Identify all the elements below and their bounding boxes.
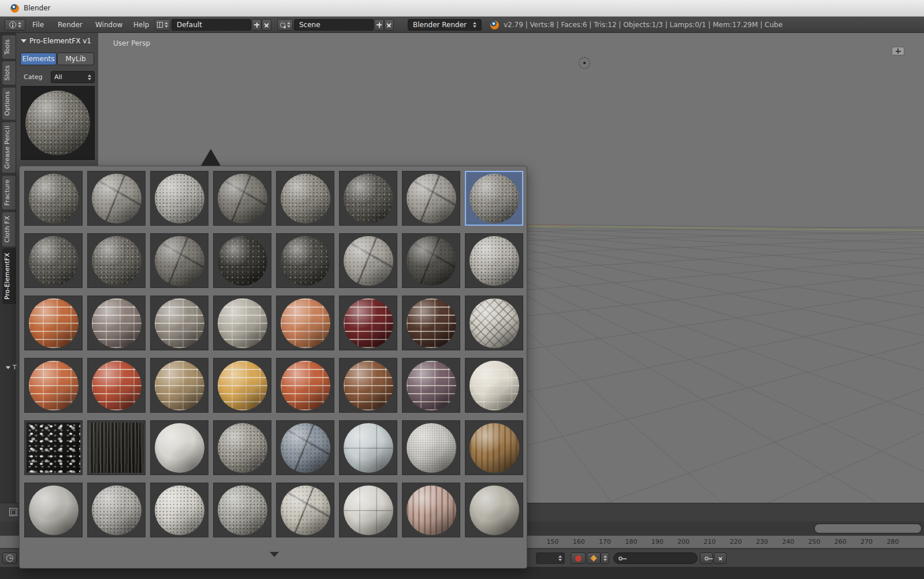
texture-concrete-speckled[interactable] <box>213 420 271 475</box>
view3d-editor-icon[interactable] <box>9 508 17 516</box>
texture-thumbnail <box>344 298 393 348</box>
texture-gravel-coarse-dark[interactable] <box>87 233 146 288</box>
texture-brick-maroon[interactable] <box>339 296 397 350</box>
screen-layout-icon <box>157 22 163 28</box>
delete-keyframe-button[interactable] <box>714 552 726 564</box>
texture-brick-red-orange[interactable] <box>276 358 334 413</box>
texture-rubble-scatter[interactable] <box>24 420 83 475</box>
menu-window[interactable]: Window <box>93 17 125 33</box>
category-dropdown[interactable]: All <box>51 71 95 83</box>
texture-brick-pale[interactable] <box>213 296 271 350</box>
toolshelf-tab-options[interactable]: Options <box>2 87 16 120</box>
texture-brick-tan[interactable] <box>150 358 208 413</box>
texture-concrete-fine[interactable] <box>213 483 271 537</box>
status-strip <box>0 567 924 579</box>
toolshelf-tab-grease-pencil[interactable]: Grease Pencil <box>2 121 16 173</box>
texture-brick-terracotta[interactable] <box>24 358 83 413</box>
infobar-blender-logo <box>490 19 499 31</box>
editor-type-button[interactable] <box>5 19 25 31</box>
menu-file[interactable]: File <box>30 17 46 33</box>
texture-concrete-worn[interactable] <box>150 233 208 288</box>
texture-thumbnail <box>470 361 519 410</box>
region-split-plus-button[interactable] <box>892 47 904 55</box>
texture-thumbnail <box>281 298 330 348</box>
scene-name-field[interactable]: Scene <box>294 19 374 31</box>
texture-stucco-coarse[interactable] <box>150 483 208 537</box>
texture-terrazzo-light[interactable] <box>465 233 523 288</box>
texture-plaster-speckled[interactable] <box>87 483 146 537</box>
texture-brick-cream[interactable] <box>465 358 523 413</box>
keying-set-stepper[interactable] <box>601 552 609 564</box>
delete-scene-button[interactable] <box>384 19 394 31</box>
texture-gravel-dark[interactable] <box>24 233 83 288</box>
add-scene-button[interactable] <box>374 19 384 31</box>
panel-header[interactable]: Pro-ElementFX v1 <box>21 37 91 45</box>
lamp-object[interactable] <box>579 57 590 69</box>
texture-metal-rust-streaked[interactable] <box>465 420 523 475</box>
texture-popup <box>19 166 527 569</box>
scene-statistics: v2.79 | Verts:8 | Faces:6 | Tris:12 | Ob… <box>504 19 783 31</box>
texture-brick-red[interactable] <box>87 358 146 413</box>
toolshelf-tab-cloth-fx[interactable]: Cloth FX <box>2 211 16 247</box>
texture-brick-stone[interactable] <box>150 296 208 350</box>
texture-asphalt-wet[interactable] <box>213 233 271 288</box>
texture-ceramic-rust-stained[interactable] <box>402 483 460 537</box>
texture-ceramic-crackle-blue[interactable] <box>276 420 334 475</box>
screen-layout-name-field[interactable]: Default <box>172 19 251 31</box>
tab-elements[interactable]: Elements <box>20 53 57 65</box>
frame-stepper[interactable] <box>536 552 565 564</box>
texture-thumbnail <box>344 423 393 473</box>
texture-tile-glossy[interactable] <box>339 483 397 537</box>
toolshelf-tab-tools[interactable]: Tools <box>2 35 16 59</box>
texture-porcelain-pale[interactable] <box>339 420 397 475</box>
texture-brick-rustic[interactable] <box>339 358 397 413</box>
toolshelf-tab-fracture[interactable]: Fracture <box>2 175 16 210</box>
texture-bark-dark[interactable] <box>87 420 146 475</box>
tab-mylib[interactable]: MyLib <box>57 53 94 65</box>
active-keying-set-field[interactable] <box>613 552 698 564</box>
delete-screen-layout-button[interactable] <box>262 19 271 31</box>
texture-brick-vintage-mix[interactable] <box>402 358 460 413</box>
texture-concrete-cracked-light[interactable] <box>339 233 397 288</box>
insert-keyframe-button[interactable] <box>700 552 713 564</box>
texture-clay-glossy[interactable] <box>465 483 523 537</box>
screen-layout-browse-button[interactable] <box>155 19 170 31</box>
texture-plaster-smooth[interactable] <box>150 420 208 475</box>
texture-asphalt-cracked[interactable] <box>213 171 271 226</box>
texture-herringbone-white[interactable] <box>465 296 523 350</box>
texture-preview-button[interactable] <box>21 86 95 160</box>
texture-thumbnail <box>218 485 267 535</box>
keying-set-button[interactable] <box>587 552 601 564</box>
texture-concrete-smooth[interactable] <box>150 171 208 226</box>
toolshelf-tab-slots[interactable]: Slots <box>2 61 16 85</box>
texture-canvas-woven[interactable] <box>402 420 460 475</box>
scroll-down-arrow-icon[interactable] <box>270 552 279 557</box>
texture-asphalt-selected[interactable] <box>465 171 523 226</box>
timeline-editor-button[interactable] <box>2 552 17 564</box>
texture-stucco-light[interactable] <box>24 483 83 537</box>
texture-brick-chocolate[interactable] <box>402 296 460 350</box>
texture-brick-orange[interactable] <box>24 296 83 350</box>
texture-rock-fractured[interactable] <box>402 171 460 226</box>
texture-brick-salmon[interactable] <box>276 296 334 350</box>
texture-brick-weathered-gray[interactable] <box>87 296 146 350</box>
texture-stone-cracked[interactable] <box>87 171 146 226</box>
info-editor-icon <box>9 21 16 28</box>
render-engine-dropdown[interactable]: Blender Render <box>408 19 482 31</box>
texture-slate-cracked[interactable] <box>402 233 460 288</box>
texture-asphalt-dark[interactable] <box>276 233 334 288</box>
texture-gravel-mixed[interactable] <box>276 171 334 226</box>
texture-asphalt-fine[interactable] <box>339 171 397 226</box>
texture-asphalt-coarse[interactable] <box>24 171 83 226</box>
scene-browse-button[interactable] <box>277 19 293 31</box>
collapsed-panel-hint[interactable]: T <box>5 364 17 371</box>
add-screen-layout-button[interactable] <box>252 19 262 31</box>
texture-thumbnail <box>29 236 79 286</box>
menu-render[interactable]: Render <box>55 17 85 33</box>
menu-help[interactable]: Help <box>131 17 151 33</box>
texture-plaster-cracked[interactable] <box>276 483 334 537</box>
toolshelf-tab-pro-elementfx[interactable]: Pro-ElementFX <box>2 248 16 304</box>
scrollbar-handle[interactable] <box>814 524 922 533</box>
record-button[interactable] <box>571 552 586 564</box>
texture-brick-yellow[interactable] <box>213 358 271 413</box>
